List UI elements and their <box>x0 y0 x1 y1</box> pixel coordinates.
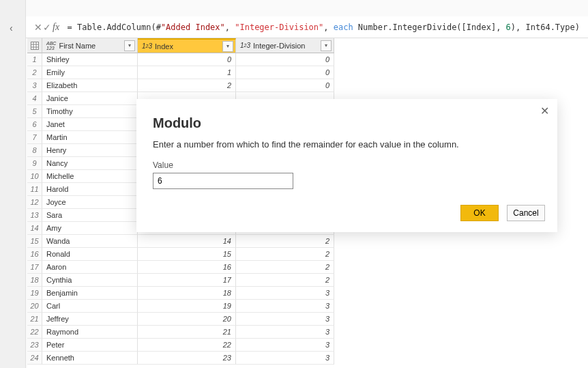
cell-first-name[interactable]: Raymond <box>42 326 138 339</box>
cell-first-name[interactable]: Peter <box>42 339 138 352</box>
cell-intdiv[interactable]: 0 <box>236 53 334 66</box>
cancel-button[interactable]: Cancel <box>507 205 545 221</box>
row-number: 23 <box>27 339 42 352</box>
table-row[interactable]: 3Elizabeth20 <box>27 79 588 92</box>
cell-index[interactable]: 23 <box>138 352 236 365</box>
cell-first-name[interactable]: Michelle <box>42 170 138 183</box>
header-index-dropdown[interactable]: ▾ <box>222 41 233 52</box>
header-index[interactable]: 123 Index ▾ <box>138 38 236 53</box>
cell-first-name[interactable]: Kenneth <box>42 352 138 365</box>
cell-first-name[interactable]: Amy <box>42 222 138 235</box>
formula-bar: ✕ ✓ fx = Table.AddColumn(#"Added Index",… <box>26 16 588 38</box>
table-row[interactable]: 16Ronald152 <box>27 248 588 261</box>
formula-fn: Table.AddColumn <box>77 23 151 32</box>
cell-first-name[interactable]: Shirley <box>42 53 138 66</box>
close-icon[interactable]: ✕ <box>540 104 549 117</box>
modulo-dialog: ✕ Modulo Enter a number from which to fi… <box>136 99 557 232</box>
header-intdiv[interactable]: 123 Integer-Division ▾ <box>236 38 334 53</box>
cell-first-name[interactable]: Joyce <box>42 196 138 209</box>
cell-intdiv[interactable]: 3 <box>236 313 334 326</box>
cell-first-name[interactable]: Elizabeth <box>42 79 138 92</box>
table-row[interactable]: 15Wanda142 <box>27 235 588 248</box>
table-row[interactable]: 19Benjamin183 <box>27 287 588 300</box>
value-label: Value <box>153 160 541 170</box>
header-intdiv-dropdown[interactable]: ▾ <box>321 40 332 51</box>
left-gutter: ‹ <box>0 0 26 368</box>
table-row[interactable]: 23Peter223 <box>27 339 588 352</box>
cell-first-name[interactable]: Janet <box>42 118 138 131</box>
cell-index[interactable]: 15 <box>138 248 236 261</box>
cell-first-name[interactable]: Benjamin <box>42 287 138 300</box>
cell-intdiv[interactable]: 3 <box>236 287 334 300</box>
table-icon-cell[interactable] <box>27 38 42 53</box>
cell-first-name[interactable]: Carl <box>42 300 138 313</box>
row-number: 9 <box>27 157 42 170</box>
cell-first-name[interactable]: Ronald <box>42 248 138 261</box>
cell-first-name[interactable]: Cynthia <box>42 274 138 287</box>
formula-str2: "Integer-Division" <box>235 23 323 32</box>
ok-button[interactable]: OK <box>460 205 499 221</box>
header-row: ABC123 First Name ▾ 123 Index ▾ 123 Inte… <box>27 38 588 53</box>
cell-first-name[interactable]: Martin <box>42 131 138 144</box>
table-row[interactable]: 24Kenneth233 <box>27 352 588 365</box>
table-row[interactable]: 22Raymond213 <box>27 326 588 339</box>
formula-cancel-icon[interactable]: ✕ <box>34 22 43 33</box>
cell-first-name[interactable]: Jeffrey <box>42 313 138 326</box>
formula-accept-icon[interactable]: ✓ <box>43 22 52 33</box>
cell-intdiv[interactable]: 0 <box>236 79 334 92</box>
cell-index[interactable]: 22 <box>138 339 236 352</box>
row-number: 5 <box>27 105 42 118</box>
row-number: 4 <box>27 92 42 105</box>
formula-text[interactable]: = Table.AddColumn(#"Added Index", "Integ… <box>61 23 580 32</box>
row-number: 7 <box>27 131 42 144</box>
cell-intdiv[interactable]: 3 <box>236 339 334 352</box>
table-row[interactable]: 21Jeffrey203 <box>27 313 588 326</box>
cell-intdiv[interactable]: 3 <box>236 326 334 339</box>
cell-index[interactable]: 20 <box>138 313 236 326</box>
table-row[interactable]: 20Carl193 <box>27 300 588 313</box>
fx-icon[interactable]: fx <box>52 22 61 33</box>
cell-first-name[interactable]: Emily <box>42 66 138 79</box>
row-number: 12 <box>27 196 42 209</box>
cell-first-name[interactable]: Harold <box>42 183 138 196</box>
cell-index[interactable]: 0 <box>138 53 236 66</box>
formula-each: each <box>334 23 358 32</box>
cell-intdiv[interactable]: 3 <box>236 352 334 365</box>
cell-index[interactable]: 21 <box>138 326 236 339</box>
cell-intdiv[interactable]: 2 <box>236 261 334 274</box>
table-row[interactable]: 17Aaron162 <box>27 261 588 274</box>
cell-index[interactable]: 18 <box>138 287 236 300</box>
cell-index[interactable]: 14 <box>138 235 236 248</box>
cell-index[interactable]: 2 <box>138 79 236 92</box>
row-number: 22 <box>27 326 42 339</box>
cell-index[interactable]: 19 <box>138 300 236 313</box>
cell-first-name[interactable]: Wanda <box>42 235 138 248</box>
cell-intdiv[interactable]: 0 <box>236 66 334 79</box>
cell-index[interactable]: 16 <box>138 261 236 274</box>
cell-index[interactable]: 1 <box>138 66 236 79</box>
cell-first-name[interactable]: Janice <box>42 92 138 105</box>
row-number: 24 <box>27 352 42 365</box>
cell-intdiv[interactable]: 2 <box>236 274 334 287</box>
back-chevron-icon[interactable]: ‹ <box>10 23 13 33</box>
cell-index[interactable]: 17 <box>138 274 236 287</box>
type-int-icon: 123 <box>240 42 250 49</box>
cell-first-name[interactable]: Nancy <box>42 157 138 170</box>
cell-intdiv[interactable]: 2 <box>236 235 334 248</box>
table-row[interactable]: 18Cynthia172 <box>27 274 588 287</box>
row-number: 1 <box>27 53 42 66</box>
table-row[interactable]: 1Shirley00 <box>27 53 588 66</box>
cell-first-name[interactable]: Aaron <box>42 261 138 274</box>
cell-first-name[interactable]: Sara <box>42 209 138 222</box>
row-number: 3 <box>27 79 42 92</box>
table-row[interactable]: 2Emily10 <box>27 66 588 79</box>
cell-first-name[interactable]: Timothy <box>42 105 138 118</box>
header-first-name[interactable]: ABC123 First Name ▾ <box>42 38 138 53</box>
cell-intdiv[interactable]: 2 <box>236 248 334 261</box>
formula-paren2: ([Index], <box>456 23 505 32</box>
header-first-name-dropdown[interactable]: ▾ <box>124 40 135 51</box>
row-number: 8 <box>27 144 42 157</box>
cell-intdiv[interactable]: 3 <box>236 300 334 313</box>
cell-first-name[interactable]: Henry <box>42 144 138 157</box>
value-input[interactable] <box>153 173 293 189</box>
